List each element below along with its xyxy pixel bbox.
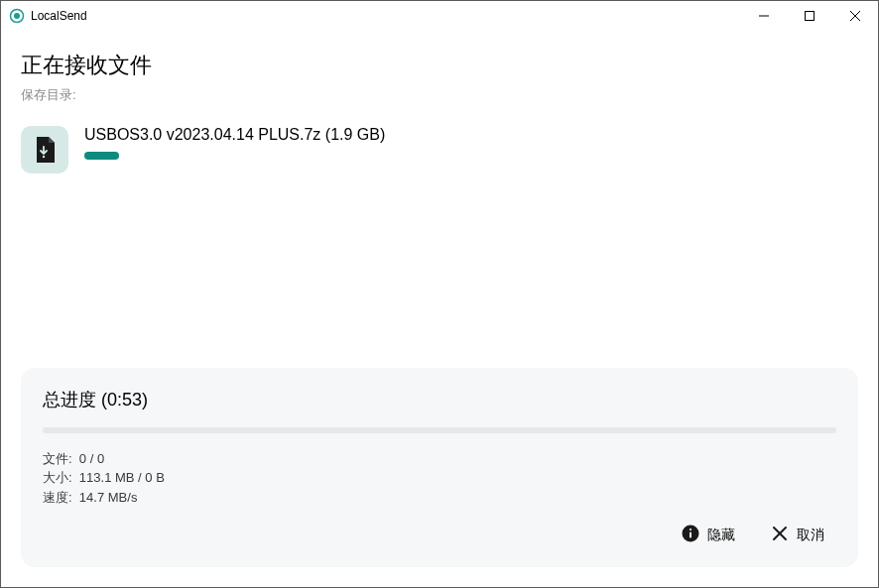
svg-point-1: [14, 13, 20, 19]
svg-point-9: [690, 529, 691, 530]
actions-row: 隐藏 取消: [43, 517, 836, 553]
maximize-button[interactable]: [787, 1, 832, 31]
hide-label: 隐藏: [707, 527, 735, 544]
svg-rect-8: [690, 532, 691, 538]
svg-rect-3: [806, 12, 815, 21]
save-directory-label: 保存目录:: [21, 86, 858, 104]
window-title: LocalSend: [31, 9, 741, 23]
minimize-button[interactable]: [741, 1, 787, 31]
stat-size-label: 大小:: [43, 468, 72, 488]
stat-files-value: 0 / 0: [79, 449, 104, 469]
close-button[interactable]: [832, 1, 878, 31]
stat-files-label: 文件:: [43, 449, 72, 469]
file-icon: [21, 126, 68, 174]
stats-block: 文件: 0 / 0 大小: 113.1 MB / 0 B 速度: 14.7 MB…: [43, 449, 836, 508]
window-controls: [741, 1, 878, 31]
close-icon: [771, 525, 789, 545]
total-progress-title: 总进度 (0:53): [43, 388, 836, 412]
info-icon: [682, 525, 699, 545]
app-icon: [9, 8, 25, 24]
total-progress-bar: [43, 427, 836, 433]
file-info: USBOS3.0 v2023.04.14 PLUS.7z (1.9 GB): [84, 126, 858, 160]
stat-files: 文件: 0 / 0: [43, 449, 836, 469]
stat-size-value: 113.1 MB / 0 B: [79, 468, 165, 488]
hide-button[interactable]: 隐藏: [670, 517, 747, 553]
cancel-label: 取消: [797, 527, 824, 544]
file-name: USBOS3.0 v2023.04.14 PLUS.7z (1.9 GB): [84, 126, 858, 144]
titlebar: LocalSend: [1, 1, 878, 31]
svg-point-6: [43, 156, 45, 158]
stat-speed-label: 速度:: [43, 488, 72, 508]
file-progress-fill: [84, 152, 119, 160]
file-progress: [84, 152, 858, 160]
file-row: USBOS3.0 v2023.04.14 PLUS.7z (1.9 GB): [21, 126, 858, 174]
main-content: 正在接收文件 保存目录: USBOS3.0 v2023.04.14 PLUS.7…: [1, 31, 878, 587]
total-progress-panel: 总进度 (0:53) 文件: 0 / 0 大小: 113.1 MB / 0 B …: [21, 368, 858, 568]
stat-size: 大小: 113.1 MB / 0 B: [43, 468, 836, 488]
stat-speed-value: 14.7 MB/s: [79, 488, 138, 508]
stat-speed: 速度: 14.7 MB/s: [43, 488, 836, 508]
page-title: 正在接收文件: [21, 51, 858, 80]
cancel-button[interactable]: 取消: [759, 517, 836, 553]
